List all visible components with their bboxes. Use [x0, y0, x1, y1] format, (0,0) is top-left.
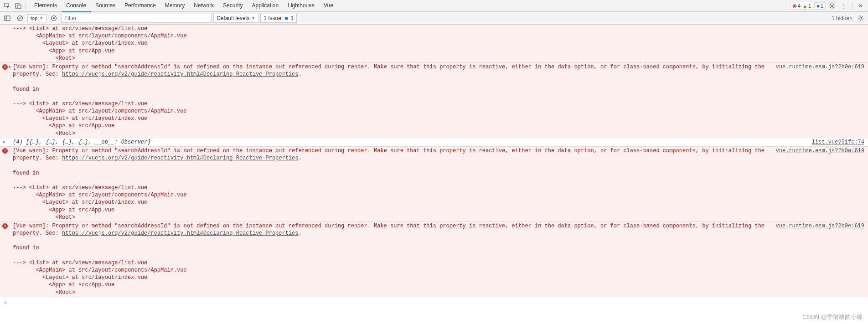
console-error-row: ✕ [Vue warn]: Property or method "search…	[0, 222, 868, 297]
more-icon[interactable]: ⋮	[838, 0, 849, 11]
settings-icon[interactable]	[827, 0, 837, 11]
svg-marker-6	[5, 17, 6, 19]
separator	[852, 2, 852, 10]
source-link[interactable]: list.vue?51fc:74	[803, 139, 864, 146]
context-label: top	[31, 15, 37, 21]
toolbar-right: ◉4 ▲1 ■1 ⋮ ✕	[790, 0, 868, 11]
tab-memory[interactable]: Memory	[160, 0, 189, 12]
doc-link[interactable]: https://vuejs.org/v2/guide/reactivity.ht…	[62, 155, 298, 161]
tab-security[interactable]: Security	[218, 0, 247, 12]
issue-icon: ■	[816, 3, 820, 9]
warning-count: 1	[808, 3, 811, 9]
issue-count-value: 1	[290, 15, 294, 21]
error-icon: ✕	[2, 223, 8, 229]
console-filterbar: top ▼ Default levels ▼ 1 Issue: ■ 1 1 hi…	[0, 12, 868, 25]
issue-icon: ■	[284, 15, 288, 21]
tab-performance[interactable]: Performance	[120, 0, 160, 12]
toolbar-left	[0, 0, 30, 11]
log-message: (4) [{…}, {…}, {…}, {…}, __ob__: Observe…	[13, 139, 803, 146]
close-icon[interactable]: ✕	[855, 0, 866, 11]
source-link[interactable]: vue.runtime.esm.js?2b0e:619	[767, 63, 864, 137]
error-count: 4	[798, 3, 801, 9]
console-settings-icon[interactable]	[855, 13, 866, 24]
console-log-row: ▶ (4) [{…}, {…}, {…}, {…}, __ob__: Obser…	[0, 138, 868, 147]
svg-point-10	[53, 17, 55, 19]
console-prompt[interactable]: ›	[0, 297, 868, 308]
clear-console-icon[interactable]	[15, 13, 26, 24]
warning-icon: ▲	[802, 3, 807, 9]
tab-application[interactable]: Application	[248, 0, 284, 12]
tab-vue[interactable]: Vue	[319, 0, 338, 12]
tab-strip: Elements Console Sources Performance Mem…	[30, 0, 790, 12]
filter-input[interactable]	[61, 14, 212, 23]
source-link[interactable]: vue.runtime.esm.js?2b0e:619	[767, 147, 864, 221]
error-icon: ◉	[792, 3, 797, 9]
error-warning-badge[interactable]: ◉4 ▲1	[790, 2, 813, 10]
chevron-down-icon: ▼	[39, 16, 43, 21]
error-icon: ✕	[2, 64, 8, 70]
issues-button[interactable]: 1 Issue: ■ 1	[260, 14, 297, 23]
error-message: [Vue warn]: Property or method "searchAd…	[13, 222, 767, 296]
inspect-icon[interactable]	[2, 0, 13, 11]
error-message: [Vue warn]: Property or method "searchAd…	[13, 147, 767, 221]
levels-label: Default levels	[217, 15, 249, 21]
svg-point-3	[831, 5, 833, 7]
issues-badge[interactable]: ■1	[814, 2, 826, 10]
separator	[26, 2, 26, 10]
tab-elements[interactable]: Elements	[30, 0, 62, 12]
console-error-row: ---> <List> at src/views/message/list.vu…	[0, 25, 868, 63]
console-error-row: ✕ ▶ [Vue warn]: Property or method "sear…	[0, 63, 868, 138]
doc-link[interactable]: https://vuejs.org/v2/guide/reactivity.ht…	[62, 71, 298, 77]
doc-link[interactable]: https://vuejs.org/v2/guide/reactivity.ht…	[62, 230, 298, 237]
console-error-row: ✕ [Vue warn]: Property or method "search…	[0, 147, 868, 222]
live-expression-icon[interactable]	[48, 13, 59, 24]
error-stack: ---> <List> at src/views/message/list.vu…	[13, 25, 864, 62]
hidden-count: 1 hidden	[832, 15, 853, 21]
console-output: ---> <List> at src/views/message/list.vu…	[0, 25, 868, 308]
error-icon: ✕	[2, 148, 8, 154]
svg-line-8	[18, 16, 22, 20]
tab-console[interactable]: Console	[62, 0, 91, 12]
tab-network[interactable]: Network	[189, 0, 218, 12]
prompt-icon: ›	[4, 299, 7, 306]
error-message: [Vue warn]: Property or method "searchAd…	[13, 63, 767, 137]
chevron-down-icon: ▼	[251, 16, 255, 21]
issues-label: 1 Issue:	[264, 15, 283, 21]
tab-sources[interactable]: Sources	[91, 0, 120, 12]
source-link[interactable]: vue.runtime.esm.js?2b0e:619	[767, 222, 864, 296]
issues-count: 1	[821, 3, 823, 9]
expand-icon[interactable]: ▶	[9, 64, 11, 70]
devtools-toolbar: Elements Console Sources Performance Mem…	[0, 0, 868, 12]
svg-rect-2	[18, 5, 21, 9]
tab-lighthouse[interactable]: Lighthouse	[283, 0, 319, 12]
svg-point-11	[860, 17, 862, 19]
log-levels-selector[interactable]: Default levels ▼	[213, 14, 258, 23]
expand-icon[interactable]: ▶	[3, 139, 5, 145]
device-icon[interactable]	[13, 0, 24, 11]
context-selector[interactable]: top ▼	[27, 14, 46, 22]
sidebar-toggle-icon[interactable]	[2, 13, 13, 24]
